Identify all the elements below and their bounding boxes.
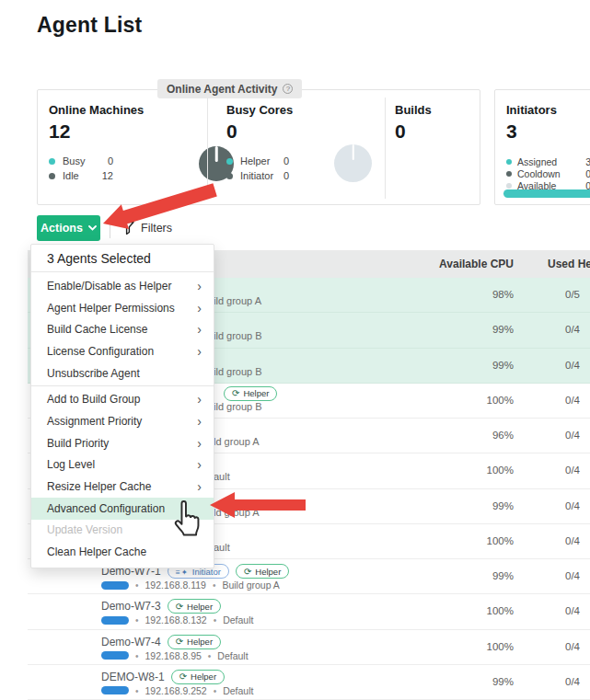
sync-icon <box>176 637 183 647</box>
busy-dot-icon <box>49 158 55 165</box>
actions-button[interactable]: Actions <box>37 215 100 241</box>
table-row[interactable]: Demo-W7-3 Helper 192.168.8.132 Default 1… <box>28 594 590 629</box>
menu-item-add-to-build-group[interactable]: Add to Build Group› <box>31 388 214 410</box>
helper-dot-icon <box>226 158 233 165</box>
chevron-right-icon: › <box>197 280 202 293</box>
menu-item-license-configuration[interactable]: License Configuration› <box>31 340 214 362</box>
bullet-separator <box>135 614 139 625</box>
bullet-separator <box>208 650 212 661</box>
legend-helper: Helper 0 <box>226 154 289 168</box>
assigned-dot-icon <box>506 159 512 165</box>
red-arrow-to-advanced-configuration <box>207 490 308 520</box>
online-machines-title: Online Machines <box>49 103 144 117</box>
chevron-right-icon: › <box>197 393 202 406</box>
cooldown-dot-icon <box>506 171 512 177</box>
online-machines-section: Online Machines 12 Busy 0 Idle 12 <box>49 103 144 183</box>
bullet-separator <box>135 650 139 661</box>
initiators-value: 3 <box>506 120 590 143</box>
chevron-right-icon: › <box>197 323 202 336</box>
sync-icon <box>176 602 183 612</box>
legend-initiator: Initiator 0 <box>226 168 289 183</box>
agent-ip: 192.168.9.252 <box>145 685 207 696</box>
bullet-separator <box>214 685 217 696</box>
bullet-separator <box>135 580 139 591</box>
menu-header: 3 Agents Selected <box>31 245 214 272</box>
busy-cores-value: 0 <box>226 120 293 143</box>
menu-item-agent-helper-permissions[interactable]: Agent Helper Permissions› <box>31 297 214 319</box>
builds-value: 0 <box>395 120 432 143</box>
divider <box>31 385 214 386</box>
menu-item-unsubscribe-agent[interactable]: Unsubscribe Agent <box>31 362 214 384</box>
busy-cores-section: Busy Cores 0 Helper 0 Initiator 0 <box>226 103 293 183</box>
agent-name: Demo-W7-4 <box>101 636 161 648</box>
agent-name: DEMO-W8-1 <box>101 671 165 683</box>
column-available-cpu[interactable]: Available CPU <box>385 258 514 270</box>
menu-item-log-level[interactable]: Log Level› <box>31 454 214 476</box>
help-icon[interactable] <box>283 84 293 94</box>
agent-ip: 192.168.8.132 <box>145 614 207 625</box>
bullet-separator <box>213 580 216 591</box>
chevron-right-icon: › <box>197 415 202 428</box>
agent-group: Build group A <box>222 580 279 591</box>
table-row[interactable]: Demo-W7-4 Helper 192.168.8.95 Default 10… <box>28 630 590 665</box>
legend-assigned: Assigned 3 <box>506 155 590 167</box>
menu-item-enable-disable-helper[interactable]: Enable/Disable as Helper› <box>31 275 214 297</box>
menu-item-assignment-priority[interactable]: Assignment Priority› <box>31 410 214 432</box>
table-row[interactable]: DEMO-W8-1 Helper 192.168.9.252 Default 9… <box>28 665 590 700</box>
chevron-right-icon: › <box>197 480 202 493</box>
agent-group: Default <box>223 685 253 696</box>
initiators-card: Initiators 3 Assigned 3 Cooldown 0 Avail… <box>494 89 590 205</box>
agent-ip: 192.168.8.95 <box>145 650 202 661</box>
builds-title: Builds <box>395 103 432 117</box>
bullet-separator <box>135 685 139 696</box>
initiators-bar-chart <box>503 189 590 198</box>
activity-pill-label: Online Agent Activity <box>167 83 277 96</box>
idle-dot-icon <box>49 173 55 179</box>
menu-item-resize-helper-cache[interactable]: Resize Helper Cache› <box>31 476 214 498</box>
helper-badge: Helper <box>224 386 277 401</box>
sync-icon <box>232 388 239 398</box>
column-used-helpers[interactable]: Used Helpers <box>548 258 590 270</box>
initiators-title: Initiators <box>506 103 590 117</box>
chevron-right-icon: › <box>197 302 202 315</box>
sync-icon <box>244 567 251 577</box>
helper-badge: Helper <box>168 635 221 649</box>
initiators-section: Initiators 3 Assigned 3 Cooldown 0 Avail… <box>506 103 590 191</box>
available-dot-icon <box>506 183 512 189</box>
sync-icon <box>179 671 187 682</box>
agent-group: Default <box>217 650 248 661</box>
bullet-separator <box>214 614 217 625</box>
agent-group: Default <box>223 614 253 625</box>
menu-item-build-priority[interactable]: Build Priority› <box>31 432 214 454</box>
hand-cursor-icon <box>168 499 201 541</box>
legend-busy: Busy 0 <box>49 154 113 168</box>
agent-name: Demo-W7-3 <box>101 600 161 613</box>
capacity-bar <box>101 581 129 590</box>
divider <box>385 98 386 199</box>
page-title: Agent List <box>37 13 142 38</box>
capacity-bar <box>101 686 129 694</box>
builds-section: Builds 0 <box>395 103 432 143</box>
menu-item-build-cache-license[interactable]: Build Cache License› <box>31 318 214 340</box>
busy-cores-donut-chart <box>334 144 372 182</box>
initiator-dot-icon <box>226 173 233 179</box>
legend-cooldown: Cooldown 0 <box>506 167 590 179</box>
agent-ip: 192.168.8.119 <box>145 580 206 591</box>
red-arrow-to-actions <box>96 181 226 235</box>
activity-pill: Online Agent Activity <box>157 79 302 98</box>
capacity-bar <box>101 616 129 625</box>
chevron-right-icon: › <box>197 437 202 450</box>
helper-badge: Helper <box>236 564 289 579</box>
busy-cores-title: Busy Cores <box>226 103 293 117</box>
helper-badge: Helper <box>171 670 225 684</box>
menu-item-clean-helper-cache[interactable]: Clean Helper Cache <box>31 541 214 563</box>
chevron-right-icon: › <box>197 458 202 471</box>
helper-badge: Helper <box>168 599 221 614</box>
chevron-right-icon: › <box>197 345 202 358</box>
online-machines-value: 12 <box>49 120 144 143</box>
capacity-bar <box>101 651 129 660</box>
